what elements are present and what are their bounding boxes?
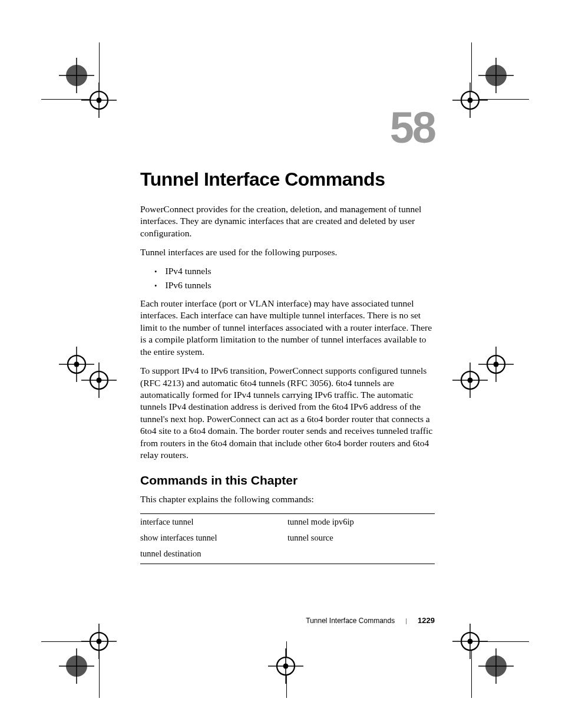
intro-paragraph-1: PowerConnect provides for the creation, … [140,203,435,239]
intro-paragraph-2: Tunnel interfaces are used for the follo… [140,246,435,258]
command-link[interactable]: interface tunnel [140,514,287,531]
page-body: 58 Tunnel Interface Commands PowerConnec… [140,106,435,564]
bullet-icon: • [154,281,157,291]
router-interface-paragraph: Each router interface (port or VLAN inte… [140,298,435,358]
registration-mark-icon [81,363,117,398]
registration-mark-icon [452,83,488,118]
table-row: show interfaces tunnel tunnel source [140,530,435,546]
command-link[interactable]: tunnel destination [140,546,287,564]
transition-paragraph: To support IPv4 to IPv6 transition, Powe… [140,365,435,462]
commands-table: interface tunnel tunnel mode ipv6ip show… [140,513,435,564]
section-intro: This chapter explains the following comm… [140,493,435,505]
list-item: • IPv4 tunnels [140,266,435,276]
registration-mark-icon [81,83,117,118]
page-footer: Tunnel Interface Commands | 1229 [140,616,435,625]
bullet-icon: • [154,267,157,276]
registration-mark-icon [268,648,303,684]
chapter-title: Tunnel Interface Commands [140,169,435,190]
registration-mark-icon [452,363,488,398]
table-row: tunnel destination [140,546,435,564]
registration-mark-icon [81,624,117,659]
footer-page-number: 1229 [418,616,435,625]
chapter-number: 58 [140,106,435,150]
footer-chapter-title: Tunnel Interface Commands [306,617,395,625]
list-item: • IPv6 tunnels [140,280,435,291]
command-cell-empty [287,546,435,564]
command-link[interactable]: tunnel source [287,530,435,546]
list-item-text: IPv6 tunnels [166,280,211,291]
purpose-list: • IPv4 tunnels • IPv6 tunnels [140,266,435,291]
table-row: interface tunnel tunnel mode ipv6ip [140,514,435,531]
registration-mark-icon [452,624,488,659]
command-link[interactable]: show interfaces tunnel [140,530,287,546]
list-item-text: IPv4 tunnels [166,266,211,276]
section-heading: Commands in this Chapter [140,473,435,487]
footer-separator: | [405,617,407,624]
command-link[interactable]: tunnel mode ipv6ip [287,514,435,531]
